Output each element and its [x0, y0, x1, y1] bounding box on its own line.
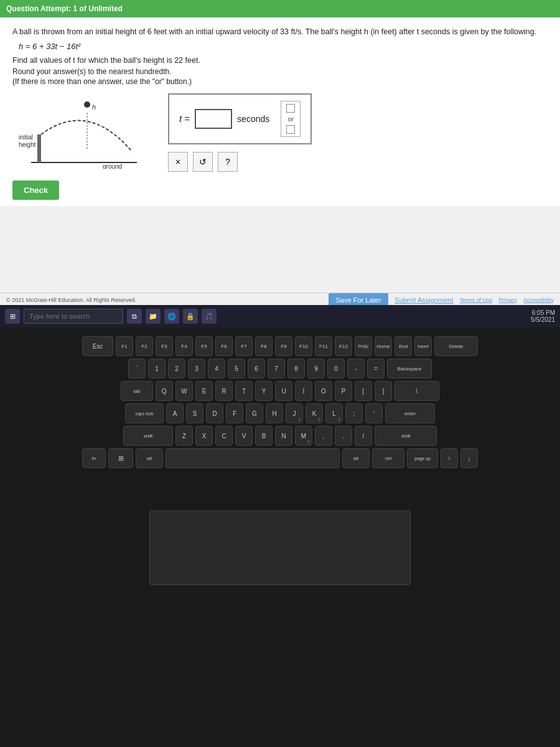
key-space[interactable]	[166, 448, 340, 468]
key-w[interactable]: W	[175, 381, 193, 401]
key-p[interactable]: P	[335, 381, 352, 401]
key-comma[interactable]: ,	[315, 426, 332, 446]
key-7[interactable]: 7	[268, 359, 285, 378]
key-down-arrow[interactable]: ↓	[460, 448, 478, 468]
key-shift-right[interactable]: shift	[375, 426, 437, 446]
key-backspace[interactable]: Backspace	[387, 359, 432, 378]
key-backtick[interactable]: `	[128, 359, 146, 378]
key-l[interactable]: L3	[325, 403, 343, 423]
key-c[interactable]: C	[215, 426, 233, 446]
or-checkbox-2[interactable]	[286, 125, 295, 134]
key-insert[interactable]: Insert	[414, 336, 432, 356]
key-4[interactable]: 4	[208, 359, 225, 378]
accessibility-link[interactable]: Accessibility	[523, 297, 554, 303]
key-lbracket[interactable]: [	[355, 381, 372, 401]
key-z[interactable]: Z	[175, 426, 193, 446]
key-r[interactable]: R	[215, 381, 233, 401]
key-end[interactable]: End	[394, 336, 412, 356]
key-delete[interactable]: Delete	[434, 336, 478, 356]
key-slash[interactable]: /	[355, 426, 372, 446]
key-enter[interactable]: enter	[385, 403, 435, 423]
key-up-arrow[interactable]: ↑	[441, 448, 458, 468]
key-9[interactable]: 9	[307, 359, 325, 378]
key-alt-right[interactable]: alt	[342, 448, 370, 468]
key-e[interactable]: E	[195, 381, 213, 401]
key-u[interactable]: U	[275, 381, 292, 401]
key-8[interactable]: 8	[287, 359, 305, 378]
undo-button[interactable]: ↺	[193, 152, 213, 172]
key-k[interactable]: K2	[306, 403, 323, 423]
x-button[interactable]: ×	[168, 152, 188, 172]
key-f4[interactable]: F4	[175, 336, 193, 356]
key-v[interactable]: V	[235, 426, 253, 446]
key-rbracket[interactable]: ]	[375, 381, 392, 401]
key-f[interactable]: F	[226, 403, 243, 423]
key-esc[interactable]: Esc	[82, 336, 113, 356]
taskbar-search[interactable]	[24, 309, 123, 324]
key-ctrl-right[interactable]: ctrl	[372, 448, 404, 468]
key-h[interactable]: H	[266, 403, 283, 423]
check-button[interactable]: Check	[12, 181, 59, 200]
key-m[interactable]: M0	[295, 426, 312, 446]
key-j[interactable]: J1	[286, 403, 303, 423]
browser-icon[interactable]: 🌐	[164, 309, 179, 324]
key-f5[interactable]: F5	[195, 336, 213, 356]
key-backslash[interactable]: \	[394, 381, 439, 401]
key-1[interactable]: 1	[148, 359, 166, 378]
app-icon-1[interactable]: 🔒	[183, 309, 198, 324]
key-d[interactable]: D	[206, 403, 223, 423]
touchpad[interactable]	[149, 510, 411, 585]
windows-icon[interactable]: ⊞	[5, 309, 20, 324]
help-button[interactable]: ?	[218, 152, 238, 172]
key-f1[interactable]: F1	[116, 336, 133, 356]
key-pageup[interactable]: page up	[407, 448, 438, 468]
terms-link[interactable]: Terms of Use	[459, 297, 492, 303]
key-alt-left[interactable]: alt	[136, 448, 163, 468]
key-prtsc[interactable]: PrtSc	[355, 336, 372, 356]
key-period[interactable]: .	[335, 426, 352, 446]
key-capslock[interactable]: caps lock	[125, 403, 164, 423]
key-6[interactable]: 6	[248, 359, 265, 378]
key-f3[interactable]: F3	[156, 336, 173, 356]
key-y[interactable]: Y	[255, 381, 273, 401]
key-f10[interactable]: F10	[295, 336, 312, 356]
key-o[interactable]: O	[315, 381, 332, 401]
key-a[interactable]: A	[166, 403, 184, 423]
key-0[interactable]: 0	[327, 359, 345, 378]
key-x[interactable]: X	[195, 426, 213, 446]
key-f7[interactable]: F7	[235, 336, 253, 356]
app-icon-2[interactable]: 🎵	[202, 309, 217, 324]
key-shift-left[interactable]: shift	[123, 426, 173, 446]
key-5[interactable]: 5	[228, 359, 245, 378]
or-checkbox[interactable]	[286, 104, 295, 113]
key-f12[interactable]: F12	[335, 336, 352, 356]
key-tab[interactable]: tab	[121, 381, 153, 401]
answer-input[interactable]	[195, 109, 232, 129]
key-i[interactable]: I	[295, 381, 312, 401]
key-semicolon[interactable]: ;	[345, 403, 363, 423]
t-label: t =	[179, 113, 190, 124]
key-quote[interactable]: '	[365, 403, 383, 423]
key-f2[interactable]: F2	[136, 336, 153, 356]
key-s[interactable]: S	[186, 403, 203, 423]
taskview-icon[interactable]: ⧉	[127, 309, 142, 324]
key-home[interactable]: Home	[375, 336, 392, 356]
key-f8[interactable]: F8	[255, 336, 273, 356]
key-f9[interactable]: F9	[275, 336, 292, 356]
file-explorer-icon[interactable]: 📁	[146, 309, 161, 324]
privacy-link[interactable]: Privacy	[498, 297, 517, 303]
key-f11[interactable]: F11	[315, 336, 332, 356]
key-fn[interactable]: fn	[82, 448, 106, 468]
key-q[interactable]: Q	[156, 381, 173, 401]
key-n[interactable]: N	[275, 426, 292, 446]
key-3[interactable]: 3	[188, 359, 205, 378]
key-equals[interactable]: =	[367, 359, 385, 378]
submit-button[interactable]: Submit Assignment	[394, 296, 453, 304]
key-win[interactable]: ⊞	[108, 448, 133, 468]
key-f6[interactable]: F6	[215, 336, 233, 356]
key-t[interactable]: T	[235, 381, 253, 401]
key-b[interactable]: B	[255, 426, 273, 446]
key-minus[interactable]: -	[347, 359, 365, 378]
key-g[interactable]: G	[246, 403, 263, 423]
key-2[interactable]: 2	[168, 359, 185, 378]
